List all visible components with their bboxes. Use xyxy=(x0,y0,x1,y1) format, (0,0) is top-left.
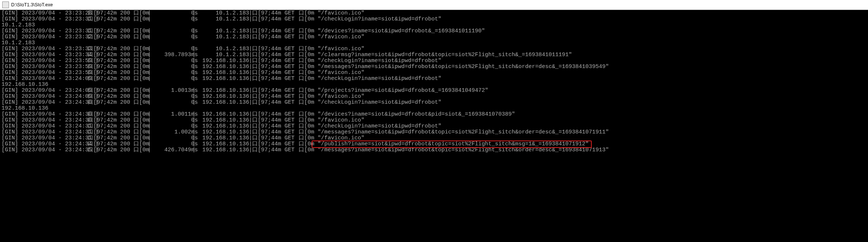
http-method: |口[97;44m GET xyxy=(245,10,295,16)
log-line: [GIN] 2023/09/04 - 23:23:59 |口[97;42m 20… xyxy=(1,64,867,70)
client-ip: | 192.168.10.136 xyxy=(189,94,245,100)
request-path: 口[0m "/clearmsg?iname=siot&ipwd=dfrobot&… xyxy=(295,52,572,58)
status-code: 口[97;42m 200 口[0m xyxy=(88,112,144,117)
timestamp: [GIN] 2023/09/04 - 23:24:31 | xyxy=(1,123,88,129)
request-path: 口[0m "/checkLogin?iname=siot&ipwd=dfrobo… xyxy=(295,76,441,82)
http-method: |口[97;44m GET xyxy=(245,16,295,22)
window-titlebar[interactable]: D:\SIoT1.3\SIoT.exe xyxy=(0,0,868,10)
status-code: 口[97;42m 200 口[0m xyxy=(88,28,144,34)
log-line: [GIN] 2023/09/04 - 23:23:59 |口[97;42m 20… xyxy=(1,70,867,76)
log-line: [GIN] 2023/09/04 - 23:24:30 |口[97;42m 20… xyxy=(1,117,867,123)
timestamp: [GIN] 2023/09/04 - 23:23:59 | xyxy=(1,58,88,64)
client-ip: | 192.168.10.136 xyxy=(189,58,245,64)
status-code: 口[97;42m 200 口[0m xyxy=(88,46,144,52)
client-ip: | 192.168.10.136 xyxy=(189,88,245,94)
client-ip: | 10.1.2.183 xyxy=(189,52,245,58)
duration: | 0s xyxy=(144,76,189,82)
request-path: 口[0m "/favicon.ico" xyxy=(295,10,364,16)
http-method: |口[97;44m GET xyxy=(245,135,295,141)
timestamp: [GIN] 2023/09/04 - 23:24:30 | xyxy=(1,117,88,123)
http-method: |口[97;44m GET xyxy=(245,141,295,147)
http-method: |口[97;44m GET xyxy=(245,28,295,34)
app-icon xyxy=(2,1,9,8)
duration: | 1.002ms xyxy=(144,129,189,135)
log-line: [GIN] 2023/09/04 - 23:24:31 |口[97;42m 20… xyxy=(1,129,867,135)
http-method: |口[97;44m GET xyxy=(245,64,295,70)
log-line: [GIN] 2023/09/04 - 23:23:34 |口[97;42m 20… xyxy=(1,52,867,58)
timestamp: [GIN] 2023/09/04 - 23:23:33 | xyxy=(1,46,88,52)
request-path: 口[0m "/projects?iname=siot&ipwd=dfrobot&… xyxy=(295,88,488,94)
status-code: 口[97;42m 200 口[0m xyxy=(88,58,144,64)
status-code: 口[97;42m 200 口[0m xyxy=(88,141,144,147)
log-line: [GIN] 2023/09/04 - 23:24:09 |口[97;42m 20… xyxy=(1,94,867,100)
client-ip-line: 192.168.10.136 xyxy=(1,82,867,88)
client-ip: | 10.1.2.183 xyxy=(189,28,245,34)
http-method: |口[97;44m GET xyxy=(245,112,295,117)
duration: | 0s xyxy=(144,117,189,123)
http-method: |口[97;44m GET xyxy=(245,100,295,106)
timestamp: [GIN] 2023/09/04 - 23:24:35 | xyxy=(1,147,88,153)
timestamp: [GIN] 2023/09/04 - 23:24:30 | xyxy=(1,100,88,106)
request-path: 口[0m "/messages?iname=siot&ipwd=dfrobot&… xyxy=(295,129,609,135)
log-line: [GIN] 2023/09/04 - 23:24:09 |口[97;42m 20… xyxy=(1,76,867,82)
request-path: 口[0m "/checkLogin?iname=siot&ipwd=dfrobo… xyxy=(295,16,441,22)
client-ip: | 192.168.10.136 xyxy=(189,100,245,106)
client-ip: | 192.168.10.136 xyxy=(189,147,245,153)
status-code: 口[97;42m 200 口[0m xyxy=(88,123,144,129)
request-path: 口[0m "/messages?iname=siot&ipwd=dfrobot&… xyxy=(295,147,609,153)
duration: | 398.7893ms xyxy=(144,52,189,58)
duration: | 1.0013ms xyxy=(144,88,189,94)
status-code: 口[97;42m 200 口[0m xyxy=(88,76,144,82)
request-path: 口[0m "/favicon.ico" xyxy=(295,94,364,100)
request-path: 口[0m "/favicon.ico" xyxy=(295,34,364,40)
client-ip: | 192.168.10.136 xyxy=(189,117,245,123)
client-ip: | 192.168.10.136 xyxy=(189,64,245,70)
timestamp: [GIN] 2023/09/04 - 23:24:30 | xyxy=(1,112,88,117)
client-ip: | 10.1.2.183 xyxy=(189,34,245,40)
log-line: [GIN] 2023/09/04 - 23:23:31 |口[97;42m 20… xyxy=(1,28,867,34)
timestamp: [GIN] 2023/09/04 - 23:24:31 | xyxy=(1,129,88,135)
client-ip: | 10.1.2.183 xyxy=(189,10,245,16)
duration: | 0s xyxy=(144,34,189,40)
http-method: |口[97;44m GET xyxy=(245,88,295,94)
client-ip-line: 10.1.2.183 xyxy=(1,22,867,28)
duration: | 0s xyxy=(144,123,189,129)
duration: | 1.0011ms xyxy=(144,112,189,117)
http-method: |口[97;44m GET xyxy=(245,117,295,123)
duration: | 426.7049ms xyxy=(144,147,189,153)
client-ip-line: 192.168.10.136 xyxy=(1,106,867,112)
http-method: |口[97;44m GET xyxy=(245,76,295,82)
status-code: 口[97;42m 200 口[0m xyxy=(88,88,144,94)
client-ip: | 192.168.10.136 xyxy=(189,141,245,147)
status-code: 口[97;42m 200 口[0m xyxy=(88,52,144,58)
client-ip: | 192.168.10.136 xyxy=(189,129,245,135)
client-ip: | 192.168.10.136 xyxy=(189,70,245,76)
request-path: 口[0m "/checkLogin?iname=siot&ipwd=dfrobo… xyxy=(295,123,441,129)
timestamp: [GIN] 2023/09/04 - 23:23:31 | xyxy=(1,16,88,22)
window-title: D:\SIoT1.3\SIoT.exe xyxy=(11,2,53,8)
timestamp: [GIN] 2023/09/04 - 23:23:32 | xyxy=(1,34,88,40)
timestamp: [GIN] 2023/09/04 - 23:24:09 | xyxy=(1,94,88,100)
request-path: 口[0m "/checkLogin?iname=siot&ipwd=dfrobo… xyxy=(295,58,441,64)
timestamp: [GIN] 2023/09/04 - 23:23:59 | xyxy=(1,70,88,76)
request-path: 口[0m "/favicon.ico" xyxy=(295,70,364,76)
log-line: [GIN] 2023/09/04 - 23:23:32 |口[97;42m 20… xyxy=(1,34,867,40)
log-line: [GIN] 2023/09/04 - 23:24:30 |口[97;42m 20… xyxy=(1,100,867,106)
http-method: |口[97;44m GET xyxy=(245,58,295,64)
http-method: |口[97;44m GET xyxy=(245,52,295,58)
status-code: 口[97;42m 200 口[0m xyxy=(88,70,144,76)
duration: | 0s xyxy=(144,135,189,141)
status-code: 口[97;42m 200 口[0m xyxy=(88,100,144,106)
timestamp: [GIN] 2023/09/04 - 23:23:59 | xyxy=(1,64,88,70)
client-ip-line: 10.1.2.183 xyxy=(1,40,867,46)
log-line: [GIN] 2023/09/04 - 23:24:09 |口[97;42m 20… xyxy=(1,88,867,94)
status-code: 口[97;42m 200 口[0m xyxy=(88,94,144,100)
request-path: 口[0m "/favicon.ico" xyxy=(295,46,364,52)
duration: | 0s xyxy=(144,94,189,100)
duration: | 0s xyxy=(144,64,189,70)
duration: | 0s xyxy=(144,28,189,34)
timestamp: [GIN] 2023/09/04 - 23:24:09 | xyxy=(1,88,88,94)
status-code: 口[97;42m 200 口[0m xyxy=(88,147,144,153)
log-line: [GIN] 2023/09/04 - 23:23:31 |口[97;42m 20… xyxy=(1,16,867,22)
http-method: |口[97;44m GET xyxy=(245,70,295,76)
